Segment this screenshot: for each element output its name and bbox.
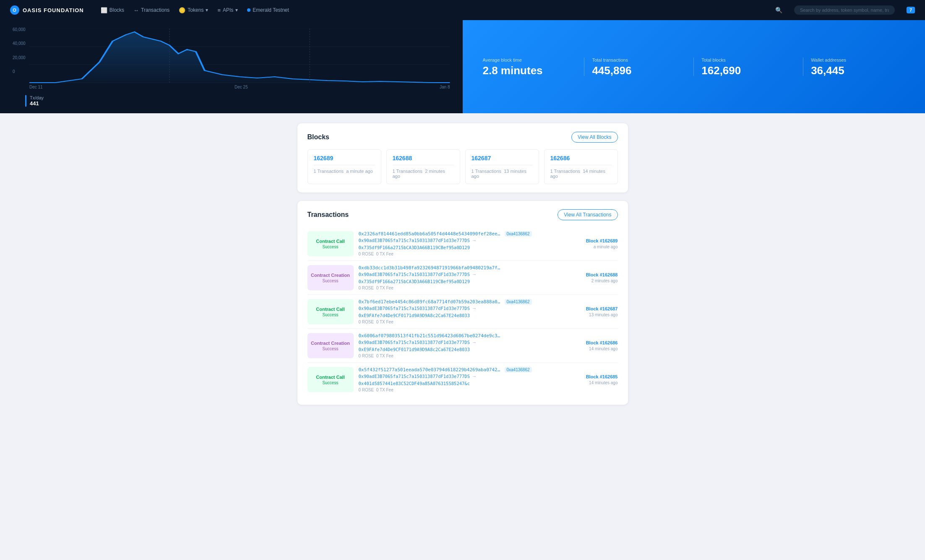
tx-to-1[interactable]: 0x735df9F166a2715bCA3D3A66B119CBef95a0D1… — [359, 279, 470, 284]
chart-x-label-jan8: Jan 8 — [440, 85, 450, 89]
stat-total-txns: Total transactions 445,896 — [584, 57, 694, 76]
tx-addr-line-4: 0x90adE3B7065fa715c7a150313877dF1d33e777… — [359, 374, 571, 386]
table-row: Contract Call Success 0x5f432f51277a501e… — [307, 363, 618, 396]
transactions-list: Contract Call Success 0x2326af814461edd8… — [307, 227, 618, 396]
tx-hash-2[interactable]: 0x7bf6ed17ebe4454c86d89fc68a7714fd07b59a… — [359, 299, 501, 305]
tx-block-link-1[interactable]: Block #162688 — [586, 272, 618, 277]
tx-from-3[interactable]: 0x90adE3B7065fa715c7a150313877dF1d33e777… — [359, 340, 470, 345]
tx-type-badge-4: Contract Call Success — [307, 367, 354, 392]
table-row: Contract Call Success 0x2326af814461edd8… — [307, 227, 618, 261]
tx-to-4[interactable]: 0x401d5857441e83C52CDF49a85A076315585247… — [359, 381, 470, 386]
nav-tokens[interactable]: 🪙 Tokens ▾ — [179, 7, 208, 13]
tx-day-value: 441 — [30, 100, 450, 107]
chart-y-axis: 60,000 40,000 20,000 0 — [13, 28, 26, 74]
block-card-0[interactable]: 162689 1 Transactions a minute ago — [307, 149, 381, 184]
stat-total-txns-label: Total transactions — [592, 57, 686, 63]
tx-hash-line-2: 0x7bf6ed17ebe4454c86d89fc68a7714fd07b59a… — [359, 299, 571, 305]
tx-arrow-3: → — [472, 340, 477, 345]
tx-time-0: a minute ago — [594, 245, 618, 249]
transactions-title: Transactions — [307, 211, 349, 219]
nav-transactions-label: Transactions — [141, 7, 169, 13]
tx-type-badge-3: Contract Creation Success — [307, 333, 354, 358]
logo[interactable]: O OASIS FOUNDATION — [10, 5, 84, 15]
block-meta-2: 1 Transactions 13 minutes ago — [472, 169, 533, 179]
tx-status-4: Success — [323, 380, 339, 385]
tx-to-2[interactable]: 0xE9FAfe7d4De9CF0171d9A9D9A8c2Ca67E24e80… — [359, 313, 470, 318]
search-input[interactable] — [794, 5, 895, 15]
logo-icon: O — [10, 5, 19, 15]
network-selector[interactable]: Emerald Testnet — [247, 7, 289, 13]
tx-details-4: 0x5f432f51277a501eeada570e03794d618229b4… — [359, 367, 571, 392]
block-card-2[interactable]: 162687 1 Transactions 13 minutes ago — [465, 149, 539, 184]
tx-addr-line-0: 0x90adE3B7065fa715c7a150313877dF1d33e777… — [359, 238, 571, 250]
tx-to-0[interactable]: 0x735df9F166a2715bCA3D3A66B119CBef95a0D1… — [359, 245, 470, 250]
chart-x-label-dec25: Dec 25 — [235, 85, 248, 89]
notification-badge[interactable]: 7 — [907, 7, 915, 13]
block-number-2: 162687 — [472, 155, 533, 165]
block-meta-0: 1 Transactions a minute ago — [314, 169, 375, 174]
stat-total-blocks-label: Total blocks — [701, 57, 795, 63]
tx-to-3[interactable]: 0xE9FAfe7d4De9CF0171d9A9D9A8c2Ca67E24e80… — [359, 347, 470, 352]
tx-from-1[interactable]: 0x90adE3B7065fa715c7a150313877dF1d33e777… — [359, 272, 470, 277]
tx-hash-1[interactable]: 0xdb33dcc1d3b31b498fa923269487191966bfa0… — [359, 265, 501, 271]
tx-details-3: 0x6006af079803513f41fb21c551d96423d6067b… — [359, 333, 571, 358]
tx-hash-0[interactable]: 0x2326af814461edd85a0bb6a505f4d4448e5434… — [359, 231, 501, 237]
search-icon[interactable]: 🔍 — [775, 7, 782, 13]
nav-apis[interactable]: ≡ APIs ▾ — [217, 7, 238, 13]
tx-from-4[interactable]: 0x90adE3B7065fa715c7a150313877dF1d33e777… — [359, 374, 470, 379]
tx-status-2: Success — [323, 313, 339, 317]
network-name: Emerald Testnet — [253, 7, 289, 13]
tx-type-label-3: Contract Creation — [311, 341, 350, 346]
tx-block-info-1: Block #162688 2 minutes ago — [576, 265, 618, 290]
tx-block-link-2[interactable]: Block #162687 — [586, 306, 618, 311]
logo-text: OASIS FOUNDATION — [23, 7, 84, 13]
tx-from-2[interactable]: 0x90adE3B7065fa715c7a150313877dF1d33e777… — [359, 306, 470, 311]
tx-type-label-4: Contract Call — [316, 375, 344, 380]
nav-tokens-label: Tokens — [188, 7, 203, 13]
tx-hash-line-3: 0x6006af079803513f41fb21c551d96423d6067b… — [359, 333, 571, 339]
tx-status-0: Success — [323, 245, 339, 249]
tx-hash-4[interactable]: 0x5f432f51277a501eeada570e03794d618229b4… — [359, 367, 501, 372]
tx-type-badge-1: Contract Creation Success — [307, 265, 354, 290]
tx-day-label: Tx/day — [30, 95, 450, 100]
tx-hash-line-0: 0x2326af814461edd85a0bb6a505f4d4448e5434… — [359, 231, 571, 237]
tx-rose-4: 0 ROSE 0 TX Fee — [359, 388, 571, 392]
view-all-blocks-button[interactable]: View All Blocks — [571, 132, 618, 143]
tx-status-3: Success — [323, 346, 339, 351]
blocks-icon: ⬜ — [101, 7, 107, 13]
stat-block-time-label: Average block time — [483, 57, 577, 63]
stat-wallet-label: Wallet addresses — [811, 57, 905, 63]
tx-hash-3[interactable]: 0x6006af079803513f41fb21c551d96423d6067b… — [359, 333, 501, 339]
blocks-section: Blocks View All Blocks 162689 1 Transact… — [297, 123, 628, 193]
tx-tag-2: 0xa4136862 — [505, 299, 532, 305]
tx-rose-0: 0 ROSE 0 TX Fee — [359, 252, 571, 256]
blocks-header: Blocks View All Blocks — [307, 132, 618, 143]
nav-blocks[interactable]: ⬜ Blocks — [101, 7, 124, 13]
chart-x-label-dec11: Dec 11 — [29, 85, 43, 89]
tx-block-link-4[interactable]: Block #162685 — [586, 374, 618, 379]
table-row: Contract Creation Success 0xdb33dcc1d3b3… — [307, 261, 618, 295]
tx-status-1: Success — [323, 279, 339, 283]
block-meta-1: 1 Transactions 2 minutes ago — [393, 169, 454, 179]
tx-block-link-3[interactable]: Block #162686 — [586, 340, 618, 345]
nav-links: ⬜ Blocks ↔ Transactions 🪙 Tokens ▾ ≡ API… — [101, 7, 763, 13]
nav-transactions[interactable]: ↔ Transactions — [133, 7, 169, 13]
tokens-dropdown-icon: ▾ — [206, 7, 208, 13]
tx-arrow-2: → — [472, 306, 477, 311]
tx-details-1: 0xdb33dcc1d3b31b498fa923269487191966bfa0… — [359, 265, 571, 290]
view-all-transactions-button[interactable]: View All Transactions — [558, 209, 618, 220]
block-card-3[interactable]: 162686 1 Transactions 14 minutes ago — [544, 149, 618, 184]
tx-rose-1: 0 ROSE 0 TX Fee — [359, 286, 571, 290]
tx-day-panel: Tx/day 441 — [25, 95, 450, 107]
transactions-header: Transactions View All Transactions — [307, 209, 618, 220]
block-card-1[interactable]: 162688 1 Transactions 2 minutes ago — [386, 149, 460, 184]
tx-block-info-4: Block #162685 14 minutes ago — [576, 367, 618, 392]
block-meta-3: 1 Transactions 14 minutes ago — [550, 169, 612, 179]
tx-block-link-0[interactable]: Block #162689 — [586, 238, 618, 243]
tx-tag-0: 0xa4136862 — [505, 231, 532, 237]
tx-from-0[interactable]: 0x90adE3B7065fa715c7a150313877dF1d33e777… — [359, 238, 470, 243]
tokens-icon: 🪙 — [179, 7, 185, 13]
tx-arrow-1: → — [472, 272, 477, 277]
navbar: O OASIS FOUNDATION ⬜ Blocks ↔ Transactio… — [0, 0, 925, 20]
tx-arrow-0: → — [472, 238, 477, 243]
